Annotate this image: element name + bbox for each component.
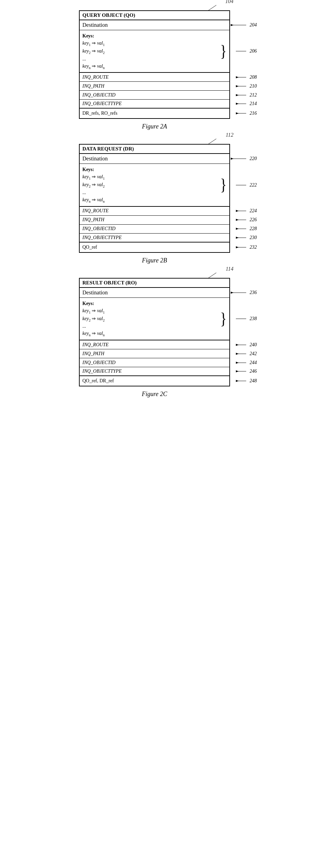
- keys-section-2a: Keys: key1 ⇒ val1 key2 ⇒ val2 ... keyn ⇒…: [80, 30, 229, 73]
- diagram-2b: DATA REQUEST (DR) Destination 220 Keys: …: [79, 144, 230, 252]
- key-dots-2a: ...: [82, 55, 219, 63]
- diagram-title-text-2b: DATA REQUEST (DR): [82, 146, 134, 151]
- inq-path-2a: INQ_PATH 210: [80, 82, 229, 91]
- inq-route-2a: INQ_ROUTE 208: [80, 73, 229, 82]
- diagram-wrapper-2b: 112 DATA REQUEST (DR) Destination 220 Ke…: [79, 144, 230, 252]
- diagram-title-text-2c: RESULT OBJECT (RO): [82, 280, 137, 285]
- inq-route-ref-2a: 208: [236, 75, 257, 80]
- inq-objectid-ref-2b: 228: [236, 226, 257, 232]
- key-row-1-2c: key1 ⇒ val1: [82, 307, 219, 315]
- inq-path-ref-2c: 242: [236, 351, 257, 357]
- svg-marker-30: [231, 292, 233, 294]
- svg-marker-33: [236, 344, 239, 346]
- svg-marker-39: [236, 370, 239, 372]
- diagram-title-text-2a: QUERY OBJECT (QO): [82, 12, 135, 18]
- keys-brace-2a: }: [220, 29, 227, 74]
- dest-ref-2a: 204: [231, 22, 257, 28]
- key-row-2-2b: key2 ⇒ val2: [82, 181, 219, 189]
- diagram-wrapper-2a: 104 QUERY OBJECT (QO) Destination 204: [79, 10, 230, 119]
- key-row-2-2c: key2 ⇒ val2: [82, 315, 219, 323]
- figure-2a-section: 104 QUERY OBJECT (QO) Destination 204: [58, 10, 251, 130]
- footer-ref-2a: 216: [236, 111, 257, 116]
- svg-marker-21: [236, 219, 239, 221]
- svg-marker-7: [236, 85, 239, 87]
- destination-row-2b: Destination 220: [80, 154, 229, 164]
- svg-marker-19: [236, 210, 239, 212]
- inq-path-2b: INQ_PATH 226: [80, 216, 229, 225]
- key-row-1-2a: key1 ⇒ val1: [82, 40, 219, 47]
- figure-2b-section: 112 DATA REQUEST (DR) Destination 220 Ke…: [58, 144, 251, 264]
- keys-content-2a: Keys: key1 ⇒ val1 key2 ⇒ val2 ... keyn ⇒…: [82, 32, 219, 70]
- keys-brace-2b: }: [220, 162, 227, 207]
- inq-objectid-2a: INQ_OBJECTID 212: [80, 91, 229, 100]
- svg-marker-23: [236, 228, 239, 230]
- keys-section-2c: Keys: key1 ⇒ val1 key2 ⇒ val2 ... keyn ⇒…: [80, 298, 229, 340]
- keys-brace-2c: }: [220, 296, 227, 341]
- footer-row-2c: QO_ref, DR_ref 248: [80, 376, 229, 386]
- keys-label-2b: Keys:: [82, 166, 219, 173]
- key-row-1-2b: key1 ⇒ val1: [82, 173, 219, 181]
- keys-ref-2c: 238: [236, 316, 257, 322]
- dest-ref-2b: 220: [231, 156, 257, 161]
- inq-path-ref-2a: 210: [236, 83, 257, 89]
- inq-objecttype-2c: INQ_OBJECTTYPE 246: [80, 367, 229, 376]
- inq-objectid-2c: INQ_OBJECTID 244: [80, 358, 229, 367]
- key-row-2-2a: key2 ⇒ val2: [82, 47, 219, 55]
- destination-label-2a: Destination: [82, 22, 108, 28]
- key-dots-2c: ...: [82, 323, 219, 330]
- inq-route-ref-2c: 240: [236, 342, 257, 348]
- inq-objectid-ref-2c: 244: [236, 360, 257, 365]
- inq-route-2b: INQ_ROUTE 224: [80, 207, 229, 216]
- keys-content-2b: Keys: key1 ⇒ val1 key2 ⇒ val2 ... keyn ⇒…: [82, 166, 219, 204]
- keys-label-2a: Keys:: [82, 32, 219, 40]
- svg-marker-35: [236, 353, 239, 355]
- key-row-n-2a: keyn ⇒ valn: [82, 63, 219, 70]
- footer-ref-2b: 232: [236, 245, 257, 250]
- inq-objecttype-ref-2a: 214: [236, 101, 257, 106]
- inq-path-ref-2b: 226: [236, 217, 257, 223]
- svg-marker-27: [236, 246, 239, 248]
- figure-label-2b: Figure 2B: [58, 257, 251, 264]
- key-row-n-2b: keyn ⇒ valn: [82, 196, 219, 204]
- inq-route-ref-2b: 224: [236, 208, 257, 214]
- footer-row-2b: QO_ref 232: [80, 243, 229, 252]
- svg-marker-37: [236, 362, 239, 364]
- svg-marker-11: [236, 103, 239, 105]
- svg-marker-2: [231, 24, 233, 26]
- keys-ref-2b: 222: [236, 182, 257, 188]
- svg-marker-16: [231, 158, 233, 160]
- diagram-ref-114: 114: [226, 266, 233, 272]
- keys-ref-2a: 206: [236, 48, 257, 54]
- key-dots-2b: ...: [82, 189, 219, 196]
- inq-objecttype-ref-2c: 246: [236, 369, 257, 374]
- svg-marker-25: [236, 237, 239, 239]
- svg-marker-41: [236, 380, 239, 382]
- diagram-title-2a: QUERY OBJECT (QO): [80, 11, 229, 20]
- diagram-ref-104: 104: [225, 0, 233, 4]
- figure-label-2c: Figure 2C: [58, 391, 251, 398]
- inq-path-2c: INQ_PATH 242: [80, 349, 229, 358]
- inq-objecttype-2a: INQ_OBJECTTYPE 214: [80, 100, 229, 109]
- svg-marker-5: [236, 76, 239, 78]
- diagram-2a: QUERY OBJECT (QO) Destination 204 Keys: …: [79, 10, 230, 119]
- destination-row-2a: Destination 204: [80, 20, 229, 30]
- keys-label-2c: Keys:: [82, 300, 219, 307]
- figure-label-2a: Figure 2A: [58, 123, 251, 130]
- svg-marker-9: [236, 94, 239, 96]
- svg-marker-13: [236, 112, 239, 114]
- destination-label-2c: Destination: [82, 290, 108, 296]
- inq-objectid-ref-2a: 212: [236, 92, 257, 98]
- diagram-2c: RESULT OBJECT (RO) Destination 236 Keys:…: [79, 278, 230, 386]
- footer-ref-2c: 248: [236, 378, 257, 384]
- keys-content-2c: Keys: key1 ⇒ val1 key2 ⇒ val2 ... keyn ⇒…: [82, 300, 219, 338]
- diagram-wrapper-2c: 114 RESULT OBJECT (RO) Destination 236 K…: [79, 278, 230, 386]
- diagram-title-2c: RESULT OBJECT (RO): [80, 279, 229, 288]
- dest-ref-2c: 236: [231, 290, 257, 295]
- destination-label-2b: Destination: [82, 156, 108, 162]
- key-row-n-2c: keyn ⇒ valn: [82, 330, 219, 338]
- inq-route-2c: INQ_ROUTE 240: [80, 340, 229, 349]
- inq-objecttype-ref-2b: 230: [236, 235, 257, 240]
- footer-row-2a: DR_refs, RO_refs 216: [80, 109, 229, 118]
- inq-objectid-2b: INQ_OBJECTID 228: [80, 225, 229, 234]
- keys-section-2b: Keys: key1 ⇒ val1 key2 ⇒ val2 ... keyn ⇒…: [80, 164, 229, 206]
